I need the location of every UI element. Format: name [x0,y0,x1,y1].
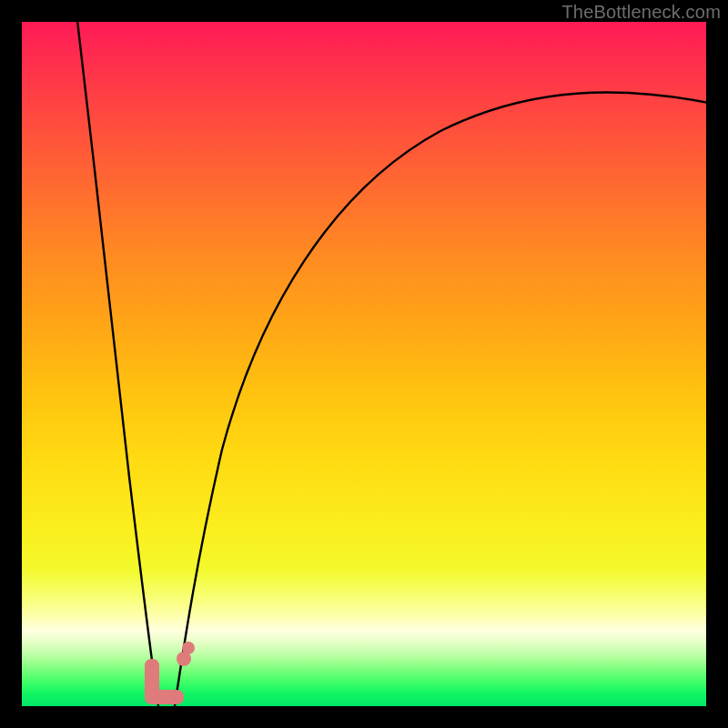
plot-area [22,22,706,706]
curve-right-branch [175,93,706,706]
marker-dot-pair [177,642,195,666]
watermark-text: TheBottleneck.com [561,2,721,23]
chart-frame: TheBottleneck.com [0,0,728,728]
bottleneck-curve [22,22,706,706]
curve-left-branch [76,22,158,706]
svg-point-1 [182,642,195,654]
